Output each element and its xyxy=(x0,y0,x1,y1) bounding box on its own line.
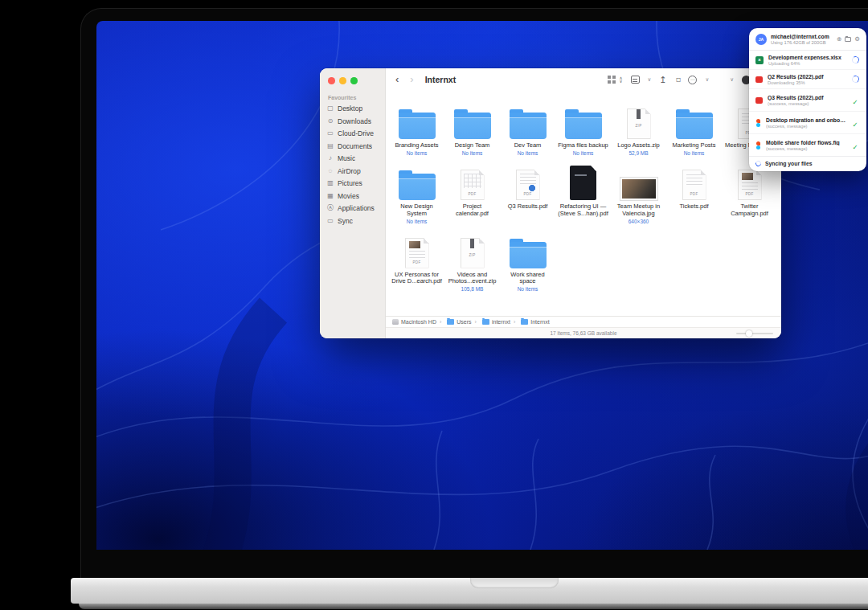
sync-item-texts: Q2 Results (2022).pdf Downloading 35% xyxy=(768,74,845,85)
file-item[interactable]: Design Team No items xyxy=(444,102,500,156)
sync-item-name: Development expenses.xlsx xyxy=(768,55,845,60)
items-bar: 17 items, 76,63 GB available xyxy=(386,327,781,338)
zip-file-icon xyxy=(461,238,485,268)
gear-icon[interactable] xyxy=(854,36,860,43)
back-button[interactable] xyxy=(395,68,399,91)
sidebar-item[interactable]: Ⓐ Applications xyxy=(326,203,382,215)
sync-item-status: Downloading 35% xyxy=(768,80,845,85)
file-sublabel: No items xyxy=(407,150,428,156)
file-item[interactable]: Dev Team No items xyxy=(500,102,555,156)
chevron-down-icon[interactable] xyxy=(648,76,652,83)
close-button[interactable] xyxy=(328,77,335,84)
group-view-icon[interactable] xyxy=(631,76,640,84)
file-item[interactable]: UX Personas for Drive D...earch.pdf xyxy=(389,231,444,293)
file-item[interactable]: Logo Assets.zip 52,9 MB xyxy=(611,102,666,156)
sidebar-item-label: Sync xyxy=(338,217,353,225)
file-item[interactable]: New Design System No items xyxy=(389,163,444,224)
file-sublabel: 105,8 MB xyxy=(461,286,484,292)
sync-items-list: Development expenses.xlsx Uploading 64% … xyxy=(749,51,866,156)
sidebar-item[interactable]: ▦ Movies xyxy=(326,190,382,203)
sidebar-item[interactable]: ⊙ Downloads xyxy=(326,115,382,128)
breadcrumb-separator xyxy=(514,319,515,325)
sidebar-item[interactable]: ▭ Sync xyxy=(326,215,382,227)
sync-item[interactable]: Q2 Results (2022).pdf Downloading 35% xyxy=(749,69,866,88)
window-title: Internxt xyxy=(425,75,457,84)
sync-item-status: (success, message) xyxy=(766,124,845,129)
breadcrumb-item[interactable]: Internxt xyxy=(510,319,550,325)
open-folder-icon[interactable] xyxy=(845,37,851,42)
sync-item[interactable]: Development expenses.xlsx Uploading 64% xyxy=(749,51,866,69)
file-item[interactable]: Work shared space No items xyxy=(500,231,555,293)
file-name: Branding Assets xyxy=(395,142,438,149)
sort-chevrons-icon[interactable] xyxy=(620,76,623,84)
minimize-button[interactable] xyxy=(339,77,346,84)
file-item[interactable]: Branding Assets No items xyxy=(389,102,444,156)
breadcrumb-item[interactable]: Macintosh HD xyxy=(392,319,436,325)
movies-icon: ▦ xyxy=(326,192,334,200)
icon-view-icon[interactable] xyxy=(608,76,616,84)
zoom-window-button[interactable] xyxy=(350,77,358,84)
web-icon[interactable] xyxy=(837,36,841,43)
sidebar-item-label: Pictures xyxy=(338,179,362,187)
breadcrumb-item[interactable]: Users xyxy=(436,319,472,325)
check-icon xyxy=(852,138,858,153)
folder-icon xyxy=(510,113,547,139)
sync-item-state xyxy=(850,76,860,83)
avatar: JA xyxy=(755,34,767,45)
book-cover-icon xyxy=(570,166,596,200)
file-item[interactable]: Videos and Photos...event.zip 105,8 MB xyxy=(444,231,500,293)
sidebar-item[interactable]: ◌ AirDrop xyxy=(326,165,382,178)
sidebar-item[interactable]: ♪ Music xyxy=(326,153,382,166)
icon-size-slider[interactable] xyxy=(736,333,773,334)
share-icon[interactable] xyxy=(659,75,666,85)
sidebar-item[interactable]: ▥ Pictures xyxy=(326,178,382,190)
file-item[interactable]: Marketing Posts No items xyxy=(666,102,722,156)
xlsx-file-icon xyxy=(755,56,764,64)
file-item[interactable]: Q3 Results.pdf xyxy=(500,163,555,224)
sidebar-item[interactable]: ▤ Documents xyxy=(326,140,382,153)
sidebar-item-label: Downloads xyxy=(338,117,371,125)
folder-icon xyxy=(399,174,436,200)
folder-icon: ▭ xyxy=(326,217,334,225)
file-name: Project calendar.pdf xyxy=(447,203,498,217)
path-bar: Macintosh HD Users internxt Internxt xyxy=(386,317,781,327)
file-item[interactable]: Tickets.pdf xyxy=(666,163,722,224)
forward-button[interactable] xyxy=(410,68,413,91)
file-icon-wrap xyxy=(627,102,651,139)
slider-knob[interactable] xyxy=(746,330,752,337)
file-icon-wrap xyxy=(461,231,485,268)
sync-item[interactable]: Q3 Results (2022).pdf (success, message) xyxy=(749,88,866,111)
file-icon-wrap xyxy=(454,102,491,139)
breadcrumb-item[interactable]: internxt xyxy=(472,319,510,325)
pdf-file-icon xyxy=(755,76,763,83)
file-icon-wrap xyxy=(516,163,540,200)
file-icon-wrap xyxy=(676,102,713,139)
sync-item[interactable]: Mobile share folder flows.fig (success, … xyxy=(749,133,866,156)
file-name: Team Meetup in Valencia.jpg xyxy=(613,203,665,217)
sync-item[interactable]: Desktop migration and onboardi... (succe… xyxy=(749,111,866,133)
file-icon-wrap xyxy=(565,102,602,139)
sidebar-item[interactable]: ▭ Cloud-Drive xyxy=(326,128,382,141)
laptop-base-edge xyxy=(79,604,868,609)
folder-icon: ▭ xyxy=(326,129,334,137)
file-item[interactable]: Refactoring UI — (Steve S...han).pdf xyxy=(555,163,611,224)
music-icon: ♪ xyxy=(326,154,334,162)
more-actions-icon[interactable] xyxy=(688,76,697,84)
sync-item-state xyxy=(850,56,860,63)
chevron-down-icon[interactable] xyxy=(705,76,709,83)
overflow-chevron-icon[interactable] xyxy=(730,76,734,83)
disk-icon xyxy=(392,319,399,325)
file-item[interactable]: Team Meetup in Valencia.jpg 640×360 xyxy=(611,163,666,224)
file-item[interactable]: Project calendar.pdf xyxy=(444,163,500,224)
file-icon-wrap xyxy=(399,163,436,200)
internxt-sync-popup: JA michael@internxt.com Using 176.42GB o… xyxy=(749,28,866,171)
tag-icon[interactable] xyxy=(673,75,682,84)
sync-item-texts: Q3 Results (2022).pdf (success, message) xyxy=(768,95,845,106)
file-item[interactable]: Twitter Campaign.pdf xyxy=(722,163,777,224)
file-name: Q3 Results.pdf xyxy=(508,203,548,211)
status-bar: Macintosh HD Users internxt Internxt 17 … xyxy=(386,316,781,338)
file-icon-wrap xyxy=(399,102,436,139)
sidebar-item[interactable]: ▢ Desktop xyxy=(326,103,382,116)
sidebar-item-label: Music xyxy=(338,154,355,162)
file-item[interactable]: Figma files backup No items xyxy=(555,102,611,156)
